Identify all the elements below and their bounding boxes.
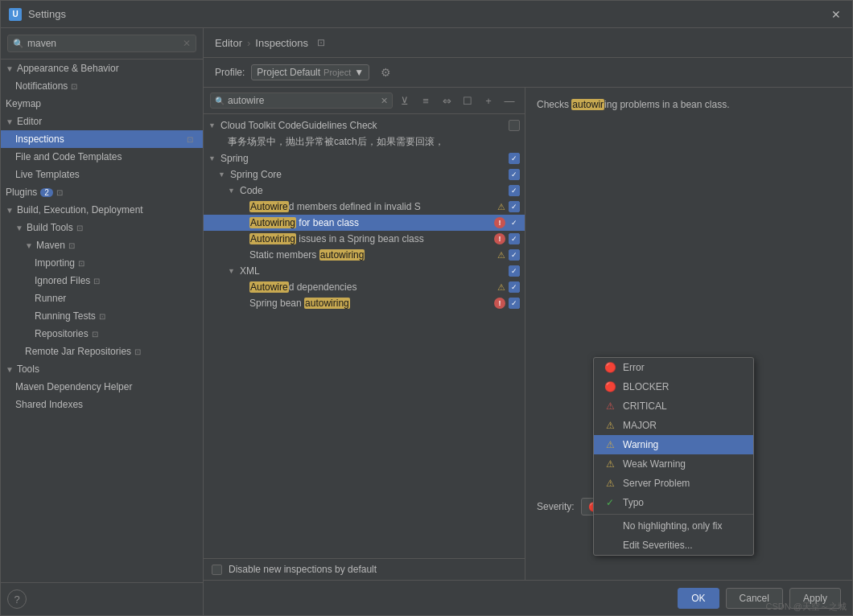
sidebar-item-running-tests[interactable]: Running Tests ⊡ xyxy=(1,307,203,325)
tree-label-autowiring-issues: Autowiring issues in a Spring bean class xyxy=(249,233,491,244)
collapse-arrow: ▼ xyxy=(6,64,14,73)
expand-all-button[interactable]: ≡ xyxy=(417,92,435,109)
menu-item-weak-warning[interactable]: ⚠ Weak Warning xyxy=(594,454,753,474)
tree-item-chinese[interactable]: 事务场景中，抛出异常被catch后，如果需要回滚， xyxy=(204,133,525,150)
filter-button[interactable]: ⊻ xyxy=(396,92,414,109)
sidebar-item-tools[interactable]: ▼ Tools xyxy=(1,360,203,378)
sidebar-item-build-exec[interactable]: ▼ Build, Execution, Deployment xyxy=(1,201,203,219)
tree-item-static-members[interactable]: ▶ Static members autowiring ⚠ ✓ xyxy=(204,247,525,263)
tree-item-xml[interactable]: ▼ XML ✓ xyxy=(204,263,525,279)
remove-button[interactable]: — xyxy=(501,92,518,109)
tree-item-spring-bean-autowiring[interactable]: ▶ Spring bean autowiring ! ✓ xyxy=(204,295,525,311)
sidebar-item-maven-dep-helper[interactable]: Maven Dependency Helper xyxy=(1,378,203,396)
collapse-arrow-editor: ▼ xyxy=(6,117,14,126)
sidebar-item-ignored-files[interactable]: Ignored Files ⊡ xyxy=(1,272,203,290)
inspections-panel: 🔍 ✕ ⊻ ≡ ⇔ ☐ + — xyxy=(204,88,852,580)
sidebar-item-repositories[interactable]: Repositories ⊡ xyxy=(1,325,203,343)
severity-icon6: ! xyxy=(494,298,505,309)
menu-item-critical[interactable]: ⚠ CRITICAL xyxy=(594,396,753,416)
profile-scope-badge: Project xyxy=(323,68,351,77)
menu-item-label: No highlighting, only fix xyxy=(623,520,722,532)
tree-label-spring-bean-autowiring: Spring bean autowiring xyxy=(249,298,491,309)
sidebar-item-label: Inspections xyxy=(15,133,64,145)
tree-checkbox-5[interactable]: ✓ xyxy=(509,281,520,293)
ok-button[interactable]: OK xyxy=(678,588,719,609)
menu-item-server-problem[interactable]: ⚠ Server Problem xyxy=(594,474,753,493)
sidebar-item-shared-indexes[interactable]: Shared Indexes xyxy=(1,396,203,413)
menu-item-blocker[interactable]: 🔴 BLOCKER xyxy=(594,377,753,396)
error-icon: 🔴 xyxy=(604,362,616,373)
tree-checkbox-xml[interactable]: ✓ xyxy=(509,265,520,277)
severity-label: Severity: xyxy=(537,501,575,512)
collapse-all-button[interactable]: ⇔ xyxy=(438,92,455,109)
watermark: CSDN @天空～之城 xyxy=(766,601,847,613)
help-button[interactable]: ? xyxy=(7,589,27,609)
tree-checkbox-spring-core[interactable]: ✓ xyxy=(509,169,520,180)
sidebar-item-plugins[interactable]: Plugins 2 ⊡ xyxy=(1,183,203,201)
sidebar-item-label: Runner xyxy=(35,293,66,304)
tree-checkbox-6[interactable]: ✓ xyxy=(509,298,520,309)
sidebar-item-label: Appearance & Behavior xyxy=(17,63,119,74)
sidebar-search-clear[interactable]: ✕ xyxy=(183,38,191,49)
profile-gear-button[interactable]: ⚙ xyxy=(376,63,395,82)
add-button[interactable]: + xyxy=(480,92,497,109)
group-button[interactable]: ☐ xyxy=(459,92,476,109)
sidebar-item-remote-jar[interactable]: Remote Jar Repositories ⊡ xyxy=(1,343,203,360)
inspections-search-clear[interactable]: ✕ xyxy=(381,96,388,106)
sidebar-item-label: Plugins xyxy=(6,187,37,198)
major-icon: ⚠ xyxy=(604,420,616,431)
tree-checkbox-3[interactable]: ✓ xyxy=(509,233,520,244)
sidebar-item-keymap[interactable]: Keymap xyxy=(1,95,203,113)
sidebar-item-label: Build, Execution, Deployment xyxy=(17,204,143,216)
breadcrumb-pin-button[interactable]: ⊡ xyxy=(313,35,329,51)
tree-checkbox-spring[interactable]: ✓ xyxy=(509,153,520,164)
profile-value: Project Default xyxy=(257,67,320,78)
tree-item-code[interactable]: ▼ Code ✓ xyxy=(204,183,525,199)
sidebar-item-importing[interactable]: Importing ⊡ xyxy=(1,254,203,272)
tree-checkbox-1[interactable]: ✓ xyxy=(509,201,520,212)
tree-item-spring-core[interactable]: ▼ Spring Core ✓ xyxy=(204,166,525,183)
disable-checkbox[interactable] xyxy=(212,565,222,575)
sidebar-item-label: Importing xyxy=(35,257,75,269)
menu-item-major[interactable]: ⚠ MAJOR xyxy=(594,416,753,435)
tree-label-code: Code xyxy=(240,185,505,196)
tree-checkbox[interactable] xyxy=(509,120,520,131)
main-panel: Editor › Inspections ⊡ Profile: Project … xyxy=(204,28,852,615)
main-header: Editor › Inspections ⊡ xyxy=(204,28,852,58)
tree-label-autowiring-bean: Autowiring for bean class xyxy=(249,217,491,228)
highlight-autowiring4: autowiring xyxy=(319,249,365,261)
severity-icon1: ⚠ xyxy=(497,202,505,212)
tree-checkbox-4[interactable]: ✓ xyxy=(509,249,520,261)
tree-item-spring[interactable]: ▼ Spring ✓ xyxy=(204,150,525,166)
collapse-arrow-build: ▼ xyxy=(6,206,14,215)
tree-item-cloud-toolkit[interactable]: ▼ Cloud Toolkit CodeGuidelines Check xyxy=(204,117,525,133)
highlight-autowire1: Autowire xyxy=(249,201,289,212)
close-button[interactable]: ✕ xyxy=(828,6,844,23)
sidebar-item-inspections[interactable]: Inspections ⊡ xyxy=(1,130,203,148)
inspections-bottom: Disable new inspections by default xyxy=(204,558,525,580)
tree-item-autowired-members[interactable]: ▶ Autowired members defined in invalid S… xyxy=(204,199,525,215)
tree-checkbox-code[interactable]: ✓ xyxy=(509,185,520,196)
menu-item-warning[interactable]: ⚠ Warning xyxy=(594,435,753,454)
inspections-search-input[interactable] xyxy=(228,95,381,106)
tree-item-autowired-deps[interactable]: ▶ Autowired dependencies ⚠ ✓ xyxy=(204,279,525,295)
sidebar-item-build-tools[interactable]: ▼ Build Tools ⊡ xyxy=(1,219,203,236)
sidebar-item-runner[interactable]: Runner xyxy=(1,290,203,307)
tree-checkbox-2[interactable]: ✓ xyxy=(509,217,520,228)
sidebar-item-editor[interactable]: ▼ Editor xyxy=(1,113,203,130)
sidebar-item-file-code-templates[interactable]: File and Code Templates xyxy=(1,148,203,166)
menu-item-error[interactable]: 🔴 Error xyxy=(594,358,753,377)
sidebar-item-label: Maven xyxy=(36,240,65,251)
sidebar-item-appearance[interactable]: ▼ Appearance & Behavior xyxy=(1,60,203,77)
tree-item-autowiring-issues[interactable]: ▶ Autowiring issues in a Spring bean cla… xyxy=(204,231,525,247)
sidebar-item-live-templates[interactable]: Live Templates xyxy=(1,166,203,183)
sidebar-search-input[interactable] xyxy=(27,38,183,49)
nav-section: ▼ Appearance & Behavior Notifications ⊡ … xyxy=(1,60,203,413)
menu-item-no-highlighting[interactable]: No highlighting, only fix xyxy=(594,516,753,536)
menu-item-edit-severities[interactable]: Edit Severities... xyxy=(594,536,753,555)
profile-select[interactable]: Project Default Project ▼ xyxy=(251,64,369,80)
sidebar-item-maven[interactable]: ▼ Maven ⊡ xyxy=(1,236,203,254)
sidebar-item-notifications[interactable]: Notifications ⊡ xyxy=(1,77,203,95)
menu-item-typo[interactable]: ✓ Typo xyxy=(594,493,753,512)
tree-item-autowiring-bean[interactable]: ▶ Autowiring for bean class ! ✓ xyxy=(204,215,525,231)
